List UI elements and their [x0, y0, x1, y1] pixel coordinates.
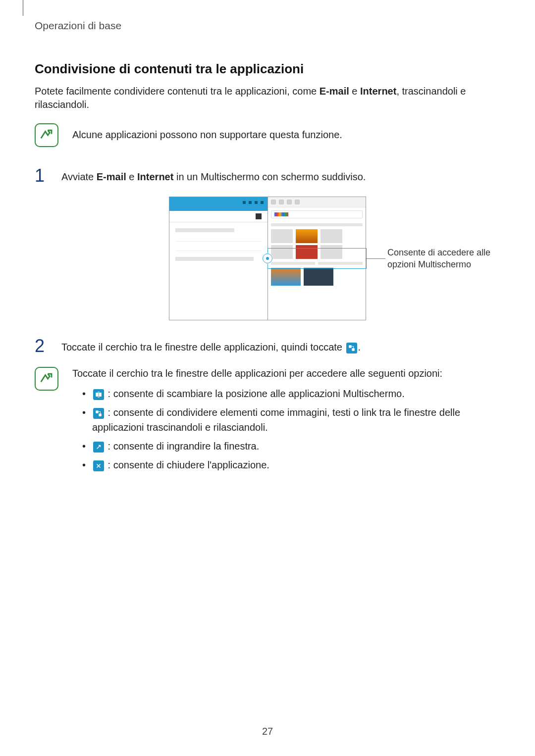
multiscreen-illustration: Consente di accedere alle opzioni Multis… [169, 197, 366, 320]
svg-rect-0 [349, 346, 351, 348]
page-number: 27 [262, 725, 273, 738]
svg-rect-5 [99, 414, 101, 416]
intro-bold-email: E-mail [320, 86, 349, 97]
bullet-close: : consente di chiudere l'applicazione. [78, 457, 500, 472]
bullet-maximize-text: : consente di ingrandire la finestra. [105, 441, 259, 452]
intro-bold-internet: Internet [360, 86, 396, 97]
browser-pane [268, 197, 366, 320]
step1-suffix: in un Multischermo con schermo suddiviso… [173, 171, 366, 182]
page-edge-rule [23, 0, 23, 16]
intro-prefix: Potete facilmente condividere contenuti … [35, 86, 320, 97]
email-toolbar [169, 211, 268, 222]
step-2: 2 Toccate il cerchio tra le finestre del… [35, 337, 500, 355]
bullet-maximize: : consente di ingrandire la finestra. [78, 439, 500, 454]
step1-bold-email: E-mail [97, 171, 126, 182]
step-1: 1 Avviate E-mail e Internet in un Multis… [35, 167, 500, 185]
step2-prefix: Toccate il cerchio tra le finestre delle… [61, 342, 345, 353]
step2-suffix: . [358, 342, 361, 353]
bullet-swap-text: : consente di scambiare la posizione all… [105, 388, 405, 399]
note-block-1: Alcune applicazioni possono non supporta… [35, 123, 500, 147]
multiscreen-illustration-wrap: Consente di accedere alle opzioni Multis… [35, 197, 500, 320]
svg-rect-1 [352, 349, 354, 351]
note2-intro: Toccate il cerchio tra le finestre delle… [72, 367, 500, 380]
note-2-body: Toccate il cerchio tra le finestre delle… [72, 367, 500, 476]
drag-share-icon [346, 343, 357, 353]
option-bullet-list: : consente di scambiare la posizione all… [72, 386, 500, 472]
step-1-number: 1 [35, 167, 50, 185]
browser-search-bar [271, 210, 363, 218]
note-block-2: Toccate il cerchio tra le finestre delle… [35, 367, 500, 476]
note-icon [35, 367, 58, 391]
bullet-share: : consente di condividere elementi come … [78, 405, 500, 435]
step1-prefix: Avviate [61, 171, 97, 182]
callout-leader-line [366, 258, 385, 259]
svg-rect-2 [96, 393, 98, 397]
step1-bold-internet: Internet [137, 171, 173, 182]
callout-text: Consente di accedere alle opzioni Multis… [387, 247, 491, 270]
bullet-swap: : consente di scambiare la posizione all… [78, 386, 500, 401]
manual-page: Operazioni di base Condivisione di conte… [0, 0, 535, 756]
intro-mid: e [349, 86, 360, 97]
email-pane [169, 197, 268, 320]
page-content: Condivisione di contenuti tra le applica… [35, 60, 500, 476]
bullet-close-text: : consente di chiudere l'applicazione. [105, 459, 269, 470]
close-icon [93, 460, 104, 471]
step1-mid: e [126, 171, 137, 182]
running-header: Operazioni di base [35, 19, 500, 33]
drag-share-icon [93, 408, 104, 419]
swap-windows-icon [93, 389, 104, 400]
maximize-icon [93, 442, 104, 453]
svg-rect-3 [99, 393, 101, 397]
step-2-number: 2 [35, 337, 50, 355]
note-text-1: Alcune applicazioni possono non supporta… [72, 123, 342, 142]
email-header-bar [169, 197, 268, 211]
note-icon [35, 123, 58, 147]
browser-tab-bar [268, 197, 366, 207]
multiscreen-handle-icon [263, 253, 272, 263]
intro-paragraph: Potete facilmente condividere contenuti … [35, 85, 500, 111]
step-1-text: Avviate E-mail e Internet in un Multisch… [61, 167, 366, 184]
step-2-text: Toccate il cerchio tra le finestre delle… [61, 337, 361, 354]
section-heading: Condivisione di contenuti tra le applica… [35, 60, 500, 78]
svg-rect-4 [96, 411, 98, 413]
bullet-share-text: : consente di condividere elementi come … [92, 407, 460, 433]
